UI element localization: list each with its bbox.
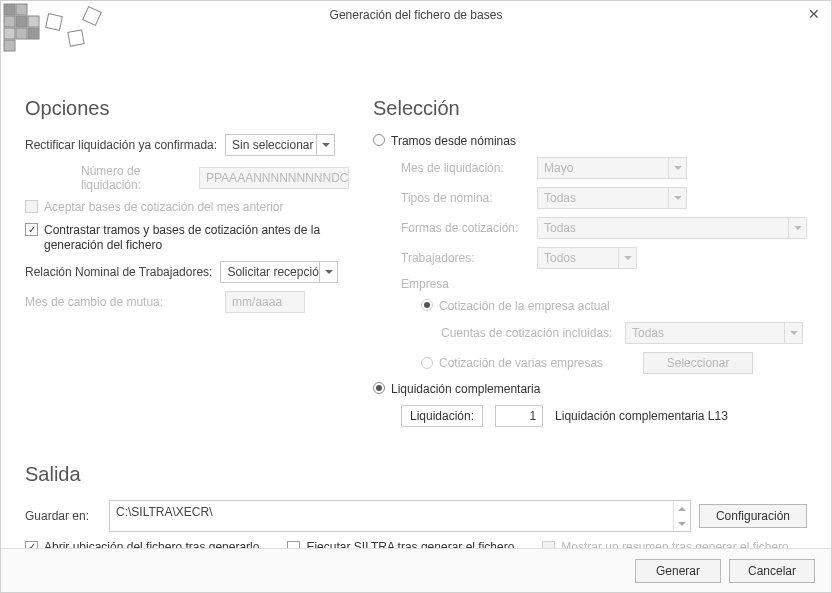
tramos-label: Tramos desde nóminas xyxy=(391,134,516,149)
mes-liq-select: Mayo xyxy=(537,157,687,179)
liq-comp-label: Liquidación complementaria xyxy=(391,382,540,397)
aceptar-bases-checkbox xyxy=(25,200,38,213)
cancelar-button[interactable]: Cancelar xyxy=(729,559,815,583)
tramos-radio[interactable] xyxy=(373,134,385,146)
generar-button[interactable]: Generar xyxy=(635,559,721,583)
guardar-path-input[interactable]: C:\SILTRA\XECR\ xyxy=(109,500,691,532)
cot-varias-radio xyxy=(421,357,433,369)
svg-rect-6 xyxy=(16,28,27,39)
section-salida: Salida xyxy=(25,463,807,486)
rectificar-label: Rectificar liquidación ya confirmada: xyxy=(25,138,217,152)
seleccionar-button: Seleccionar xyxy=(643,352,753,374)
liquidacion-desc: Liquidación complementaria L13 xyxy=(555,409,728,423)
mes-mutua-label: Mes de cambio de mutua: xyxy=(25,295,163,309)
chevron-down-icon xyxy=(319,262,337,282)
rnt-label: Relación Nominal de Trabajadores: xyxy=(25,265,212,279)
section-opciones: Opciones xyxy=(25,97,349,120)
chevron-down-icon xyxy=(788,218,806,238)
chevron-down-icon xyxy=(618,248,636,268)
dialog-title-text: Generación del fichero de bases xyxy=(330,8,503,22)
contrastar-checkbox[interactable] xyxy=(25,223,38,236)
dialog-title: Generación del fichero de bases ✕ xyxy=(1,1,831,29)
svg-rect-8 xyxy=(4,40,15,51)
scroll-up-icon[interactable] xyxy=(674,501,690,516)
guardar-label: Guardar en: xyxy=(25,509,101,523)
liquidacion-button[interactable]: Liquidación: xyxy=(401,405,483,427)
tipos-label: Tipos de nómina: xyxy=(401,191,529,205)
rectificar-select[interactable]: Sin seleccionar xyxy=(225,134,335,156)
formas-select: Todas xyxy=(537,217,807,239)
rnt-select[interactable]: Solicitar recepció xyxy=(220,261,338,283)
svg-rect-5 xyxy=(4,28,15,39)
formas-label: Formas de cotización: xyxy=(401,221,529,235)
scroll-down-icon[interactable] xyxy=(674,516,690,531)
numero-liquidacion-label: Número de liquidación: xyxy=(81,164,191,192)
contrastar-label: Contrastar tramos y bases de cotización … xyxy=(44,223,349,253)
liq-comp-radio[interactable] xyxy=(373,382,385,394)
configuracion-button[interactable]: Configuración xyxy=(699,504,807,528)
trabajadores-label: Trabajadores: xyxy=(401,251,529,265)
chevron-down-icon xyxy=(316,135,334,155)
empresa-label: Empresa xyxy=(401,277,449,291)
svg-rect-10 xyxy=(68,30,84,46)
trabajadores-select: Todos xyxy=(537,247,637,269)
aceptar-bases-label: Aceptar bases de cotización del mes ante… xyxy=(44,200,283,215)
cot-varias-label: Cotización de varias empresas xyxy=(439,356,603,370)
chevron-down-icon xyxy=(668,158,686,178)
numero-liquidacion-input: PPAAAANNNNNNNNNDC xyxy=(199,167,349,189)
section-seleccion: Selección xyxy=(373,97,807,120)
cot-actual-radio xyxy=(421,299,433,311)
cot-actual-label: Cotización de la empresa actual xyxy=(439,299,610,314)
liquidacion-number[interactable]: 1 xyxy=(495,405,543,427)
tipos-select: Todas xyxy=(537,187,687,209)
cuentas-label: Cuentas de cotización incluidas: xyxy=(441,326,617,340)
chevron-down-icon xyxy=(784,323,802,343)
close-icon[interactable]: ✕ xyxy=(805,5,823,23)
cuentas-select: Todas xyxy=(625,322,803,344)
svg-rect-7 xyxy=(28,28,39,39)
mes-liq-label: Mes de liquidación: xyxy=(401,161,529,175)
chevron-down-icon xyxy=(668,188,686,208)
scroll-arrows[interactable] xyxy=(673,501,690,531)
mes-mutua-input: mm/aaaa xyxy=(225,291,305,313)
